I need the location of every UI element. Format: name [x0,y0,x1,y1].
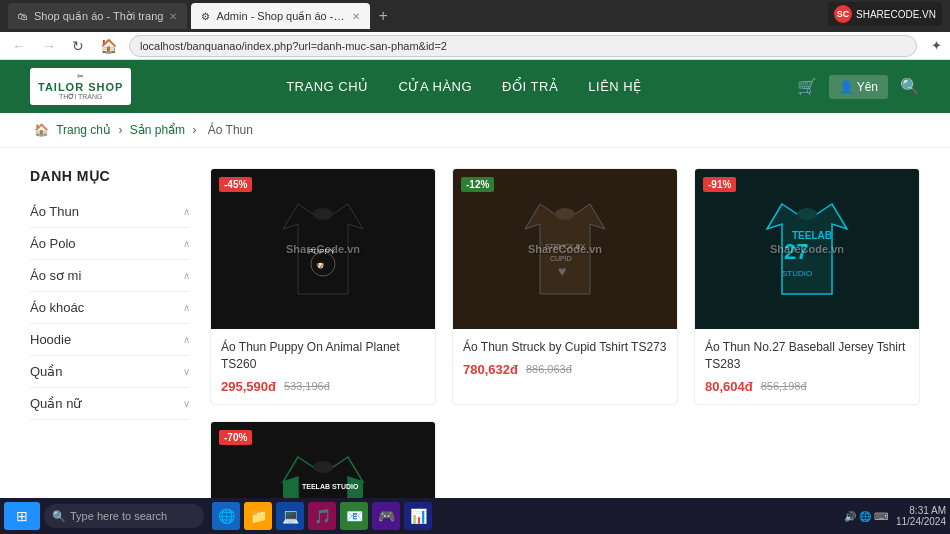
chevron-up-icon: ∧ [183,206,190,217]
svg-point-18 [313,461,333,473]
breadcrumb-current: Áo Thun [208,123,253,137]
sidebar-quan-nu-label: Quần nữ [30,396,81,411]
sharecode-label: SHARECODE.VN [856,9,936,20]
browser-chrome: 🛍 Shop quần áo - Thời trang ✕ ⚙ Admin - … [0,0,950,32]
home-nav-button[interactable]: 🏠 [96,36,121,56]
url-bar[interactable]: localhost/banquanao/index.php?url=danh-m… [129,35,917,57]
logo-icon: ✂ [77,72,84,81]
breadcrumb-sep2: › [192,123,199,137]
product-tshirt-svg-1: PUPPY 🐶 [278,194,368,304]
browser-search-icon[interactable]: ✦ [931,38,942,53]
breadcrumb-products[interactable]: Sản phẩm [130,123,185,137]
svg-text:♥: ♥ [558,263,566,279]
product-info-1: Áo Thun Puppy On Animal Planet TS260 295… [211,329,435,404]
back-button[interactable]: ← [8,36,30,56]
new-tab-button[interactable]: + [374,7,391,25]
chevron-down-icon-2: ∨ [183,398,190,409]
product-name-1: Áo Thun Puppy On Animal Planet TS260 [221,339,425,373]
chevron-up-icon-4: ∧ [183,302,190,313]
svg-text:PUPPY: PUPPY [308,247,336,256]
site-wrapper: ✂ TAILOR SHOP THỜI TRANG TRANG CHỦ CỬA H… [0,60,950,498]
main-nav: TRANG CHỦ CỬA HÀNG ĐỔI TRẢ LIÊN HỆ [286,79,642,94]
nav-home[interactable]: TRANG CHỦ [286,79,368,94]
svg-text:CUPID: CUPID [550,255,572,262]
product-card-3[interactable]: -91% TEELAB 27 STUDIO ShareCode.vn [694,168,920,405]
sharecode-logo-icon: SC [834,5,852,23]
sidebar-ao-so-mi-label: Áo sơ mi [30,268,81,283]
price-old-1: 533,196đ [284,380,330,392]
chevron-up-icon-3: ∧ [183,270,190,281]
product-tshirt-svg-2: STRUCK BY CUPID ♥ [520,194,610,304]
svg-text:🐶: 🐶 [316,261,325,270]
sidebar-hoodie-label: Hoodie [30,332,71,347]
breadcrumb-sep1: › [118,123,125,137]
sharecode-logo: SC SHARECODE.VN [828,2,942,26]
nav-store[interactable]: CỬA HÀNG [399,79,473,94]
chevron-down-icon: ∨ [183,366,190,377]
product-prices-3: 80,604đ 856,198đ [705,379,909,394]
price-old-2: 886,063đ [526,363,572,375]
sidebar-item-ao-polo[interactable]: Áo Polo ∧ [30,228,190,260]
product-image-3: -91% TEELAB 27 STUDIO ShareCode.vn [695,169,919,329]
product-prices-1: 295,590đ 533,196đ [221,379,425,394]
user-button[interactable]: 👤 Yên [829,75,888,99]
price-new-2: 780,632đ [463,362,518,377]
cart-icon[interactable]: 🛒 [797,77,817,96]
browser-tab-1[interactable]: 🛍 Shop quần áo - Thời trang ✕ [8,3,187,29]
sidebar-item-ao-so-mi[interactable]: Áo sơ mi ∧ [30,260,190,292]
site-logo[interactable]: ✂ TAILOR SHOP THỜI TRANG [30,68,131,105]
svg-text:27: 27 [784,239,808,264]
price-old-3: 856,198đ [761,380,807,392]
chevron-up-icon-5: ∧ [183,334,190,345]
product-info-3: Áo Thun No.27 Baseball Jersey Tshirt TS2… [695,329,919,404]
product-name-3: Áo Thun No.27 Baseball Jersey Tshirt TS2… [705,339,909,373]
breadcrumb-home[interactable]: Trang chủ [56,123,111,137]
products-area: -45% PUPPY 🐶 ShareCode.vn [210,168,920,498]
svg-text:STUDIO: STUDIO [782,269,812,278]
product-tshirt-svg-3: TEELAB 27 STUDIO [762,194,852,304]
nav-returns[interactable]: ĐỔI TRẢ [502,79,558,94]
svg-text:STRUCK BY: STRUCK BY [545,243,585,250]
browser-tab-2[interactable]: ⚙ Admin - Shop quần áo - Thời t... ✕ [191,3,370,29]
svg-text:TEELAB STUDIO: TEELAB STUDIO [302,483,359,490]
svg-point-1 [313,208,333,220]
breadcrumb: 🏠 Trang chủ › Sản phẩm › Áo Thun [0,113,950,148]
product-image-2: -12% STRUCK BY CUPID ♥ ShareCode.vn [453,169,677,329]
product-card-2[interactable]: -12% STRUCK BY CUPID ♥ ShareCode.vn [452,168,678,405]
sidebar-ao-khoac-label: Áo khoác [30,300,84,315]
product-card-4[interactable]: -70% TEELAB STUDIO 19 ⭐⭐⭐⭐⭐ [210,421,436,498]
nav-contact[interactable]: LIÊN HỆ [588,79,641,94]
refresh-button[interactable]: ↻ [68,36,88,56]
browser-tabs: 🛍 Shop quần áo - Thời trang ✕ ⚙ Admin - … [8,3,392,29]
sidebar-item-quan[interactable]: Quần ∨ [30,356,190,388]
address-bar: ← → ↻ 🏠 localhost/banquanao/index.php?ur… [0,32,950,60]
sidebar-ao-thun-label: Áo Thun [30,204,79,219]
header-right: 🛒 👤 Yên 🔍 [797,75,920,99]
site-content: ✂ TAILOR SHOP THỜI TRANG TRANG CHỦ CỬA H… [0,60,950,498]
products-grid: -45% PUPPY 🐶 ShareCode.vn [210,168,920,498]
content-area: DANH MỤC Áo Thun ∧ Áo Polo ∧ Áo sơ mi ∧ [0,148,950,498]
sidebar: DANH MỤC Áo Thun ∧ Áo Polo ∧ Áo sơ mi ∧ [30,168,190,498]
site-header: ✂ TAILOR SHOP THỜI TRANG TRANG CHỦ CỬA H… [0,60,950,113]
product-badge-2: -12% [461,177,494,192]
sidebar-item-ao-thun[interactable]: Áo Thun ∧ [30,196,190,228]
search-button[interactable]: 🔍 [900,77,920,96]
sidebar-item-quan-nu[interactable]: Quần nữ ∨ [30,388,190,420]
product-badge-1: -45% [219,177,252,192]
breadcrumb-home-icon: 🏠 [34,123,49,137]
product-card-1[interactable]: -45% PUPPY 🐶 ShareCode.vn [210,168,436,405]
product-prices-2: 780,632đ 886,063đ [463,362,667,377]
sidebar-item-ao-khoac[interactable]: Áo khoác ∧ [30,292,190,324]
logo-main-text: TAILOR SHOP [38,81,123,93]
tab1-close[interactable]: ✕ [169,11,177,22]
sidebar-quan-label: Quần [30,364,63,379]
forward-button[interactable]: → [38,36,60,56]
tab1-label: Shop quần áo - Thời trang [34,10,163,23]
sidebar-ao-polo-label: Áo Polo [30,236,76,251]
sidebar-item-hoodie[interactable]: Hoodie ∧ [30,324,190,356]
svg-point-6 [555,208,575,220]
product-image-4: -70% TEELAB STUDIO 19 ⭐⭐⭐⭐⭐ [211,422,435,498]
sidebar-title: DANH MỤC [30,168,190,184]
tab2-close[interactable]: ✕ [352,11,360,22]
price-new-1: 295,590đ [221,379,276,394]
